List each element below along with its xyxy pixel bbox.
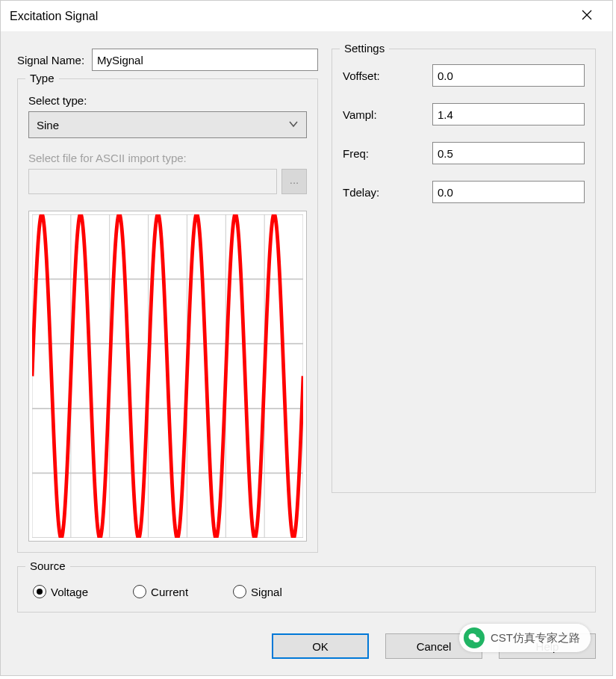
tdelay-label: Tdelay: (343, 186, 425, 199)
watermark-overlay: CST仿真专家之路 (459, 624, 591, 652)
source-group: Source Voltage Current Signal (17, 566, 596, 613)
tdelay-row: Tdelay: (343, 181, 585, 203)
tdelay-input[interactable] (432, 181, 585, 203)
ascii-file-input (28, 169, 277, 194)
settings-group: Settings Voffset: Vampl: Freq: Tdel (332, 49, 596, 493)
radio-current[interactable]: Current (133, 585, 188, 598)
settings-group-title: Settings (340, 42, 389, 55)
freq-label: Freq: (343, 147, 425, 160)
freq-row: Freq: (343, 142, 585, 164)
voffset-input[interactable] (432, 64, 585, 87)
browse-button: ... (281, 169, 307, 194)
vampl-input[interactable] (432, 103, 585, 125)
signal-name-row: Signal Name: (17, 49, 318, 71)
close-icon (582, 10, 592, 20)
signal-name-label: Signal Name: (17, 54, 84, 66)
window-title: Excitation Signal (10, 10, 570, 23)
radio-signal[interactable]: Signal (233, 585, 282, 598)
left-column: Signal Name: Type Select type: Sine Sele… (17, 49, 318, 553)
close-button[interactable] (570, 10, 603, 22)
signal-preview-plot (28, 211, 307, 542)
freq-input[interactable] (432, 142, 585, 164)
type-group-title: Type (25, 72, 59, 84)
ascii-import-row: ... (28, 169, 307, 194)
watermark-text: CST仿真专家之路 (491, 631, 580, 645)
select-type-dropdown[interactable]: Sine (28, 111, 307, 138)
type-group: Type Select type: Sine Select file for A… (17, 78, 318, 553)
columns: Signal Name: Type Select type: Sine Sele… (17, 49, 596, 553)
radio-current-label: Current (151, 586, 188, 598)
dialog-window: Excitation Signal Signal Name: Type Sele… (0, 0, 613, 676)
radio-voltage[interactable]: Voltage (33, 585, 88, 598)
wechat-icon (464, 627, 485, 648)
vampl-label: Vampl: (343, 108, 425, 121)
right-column: Settings Voffset: Vampl: Freq: Tdel (332, 49, 596, 553)
radio-icon (233, 585, 246, 598)
select-type-label: Select type: (28, 94, 307, 107)
dialog-body: Signal Name: Type Select type: Sine Sele… (1, 32, 612, 620)
ascii-import-label: Select file for ASCII import type: (28, 152, 307, 164)
source-options-row: Voltage Current Signal (28, 582, 585, 601)
titlebar: Excitation Signal (1, 1, 612, 32)
radio-icon (33, 585, 46, 598)
voffset-label: Voffset: (343, 69, 425, 82)
svg-point-17 (473, 637, 480, 643)
radio-signal-label: Signal (251, 586, 282, 598)
radio-icon (133, 585, 146, 598)
ok-button[interactable]: OK (272, 633, 369, 659)
source-group-title: Source (25, 559, 70, 572)
radio-voltage-label: Voltage (51, 586, 88, 598)
select-type-value: Sine (37, 119, 288, 131)
vampl-row: Vampl: (343, 103, 585, 125)
signal-name-input[interactable] (92, 49, 318, 71)
chevron-down-icon (288, 119, 299, 131)
voffset-row: Voffset: (343, 64, 585, 87)
